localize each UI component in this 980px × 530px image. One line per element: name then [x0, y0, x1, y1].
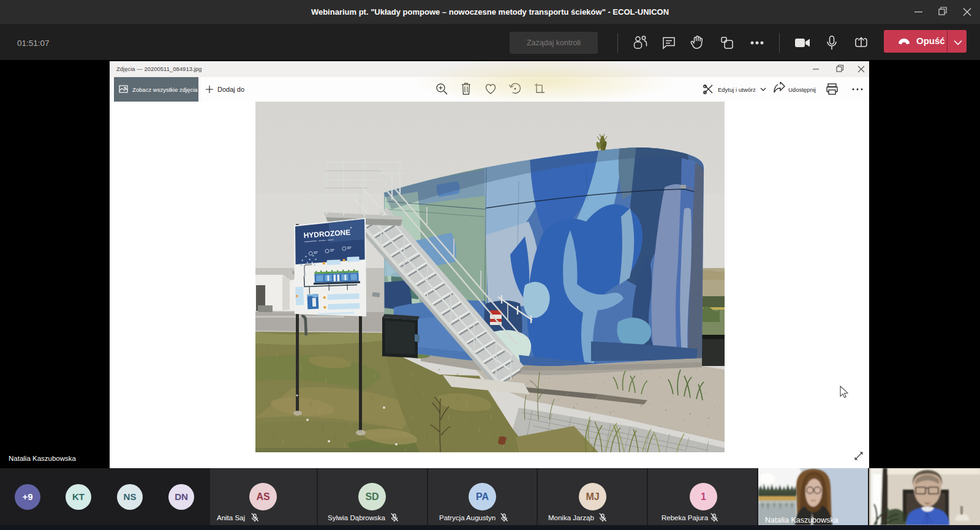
svg-text:Natalia Kaszubowska: Natalia Kaszubowska: [765, 516, 839, 524]
